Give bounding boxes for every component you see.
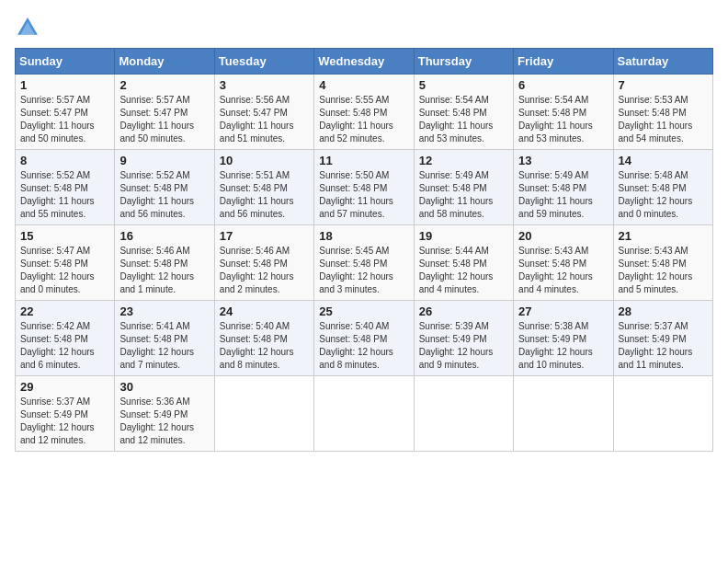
calendar-cell: 18Sunrise: 5:45 AMSunset: 5:48 PMDayligh… [314, 225, 414, 301]
day-info: Sunrise: 5:43 AMSunset: 5:48 PMDaylight:… [518, 245, 608, 296]
sunrise-time: 5:55 AM [356, 95, 390, 105]
sunrise-time: 5:57 AM [56, 95, 90, 105]
daylight-label: Daylight: [619, 121, 657, 131]
sunset-label: Sunset: [119, 334, 154, 344]
sunrise-label: Sunrise: [619, 170, 654, 180]
sunrise-time: 5:43 AM [654, 246, 688, 256]
sunset-time: 5:48 PM [353, 108, 387, 118]
sunset-label: Sunset: [518, 183, 552, 193]
sunrise-time: 5:36 AM [156, 396, 190, 407]
sunrise-time: 5:52 AM [56, 170, 90, 180]
sunset-label: Sunset: [419, 183, 453, 193]
sunrise-time: 5:43 AM [555, 246, 589, 256]
sunrise-time: 5:45 AM [356, 246, 390, 256]
sunrise-time: 5:54 AM [555, 95, 589, 105]
sunrise-time: 5:40 AM [356, 321, 390, 331]
sunrise-label: Sunrise: [518, 170, 554, 180]
sunrise-time: 5:51 AM [256, 170, 290, 180]
sunset-time: 5:48 PM [154, 334, 188, 344]
day-number: 19 [419, 229, 508, 243]
daylight-label: Daylight: [518, 347, 557, 357]
day-info: Sunrise: 5:45 AMSunset: 5:48 PMDaylight:… [319, 245, 408, 296]
calendar-cell: 19Sunrise: 5:44 AMSunset: 5:48 PMDayligh… [414, 225, 513, 301]
daylight-label: Daylight: [220, 347, 258, 357]
sunset-label: Sunset: [119, 409, 154, 419]
day-info: Sunrise: 5:39 AMSunset: 5:49 PMDaylight:… [419, 320, 508, 372]
sunset-label: Sunset: [319, 259, 353, 269]
day-info: Sunrise: 5:57 AMSunset: 5:47 PMDaylight:… [119, 94, 209, 145]
sunrise-time: 5:47 AM [56, 246, 90, 256]
week-row-4: 22Sunrise: 5:42 AMSunset: 5:48 PMDayligh… [16, 301, 713, 376]
daylight-label: Daylight: [619, 271, 657, 282]
daylight-label: Daylight: [20, 271, 59, 282]
daylight-label: Daylight: [220, 196, 258, 206]
sunrise-time: 5:42 AM [56, 321, 90, 331]
calendar-cell: 1Sunrise: 5:57 AMSunset: 5:47 PMDaylight… [16, 75, 115, 150]
day-info: Sunrise: 5:36 AMSunset: 5:49 PMDaylight:… [119, 396, 209, 447]
sunrise-label: Sunrise: [319, 246, 355, 256]
sunrise-label: Sunrise: [619, 321, 654, 331]
sunrise-label: Sunrise: [319, 321, 355, 331]
daylight-label: Daylight: [319, 196, 358, 206]
calendar-cell: 12Sunrise: 5:49 AMSunset: 5:48 PMDayligh… [414, 150, 513, 225]
sunrise-label: Sunrise: [119, 321, 155, 331]
day-info: Sunrise: 5:44 AMSunset: 5:48 PMDaylight:… [419, 245, 508, 296]
sunset-time: 5:47 PM [154, 108, 188, 118]
sunset-label: Sunset: [518, 259, 552, 269]
sunset-time: 5:48 PM [353, 259, 387, 269]
day-number: 10 [220, 154, 309, 167]
sunset-time: 5:48 PM [154, 259, 188, 269]
logo-icon [15, 15, 40, 40]
day-number: 8 [20, 154, 109, 167]
sunrise-time: 5:37 AM [56, 396, 90, 407]
sunset-label: Sunset: [419, 108, 453, 118]
logo [15, 15, 44, 40]
sunset-time: 5:48 PM [552, 259, 586, 269]
sunrise-label: Sunrise: [20, 246, 56, 256]
sunrise-time: 5:46 AM [156, 246, 190, 256]
calendar-cell: 8Sunrise: 5:52 AMSunset: 5:48 PMDaylight… [16, 150, 115, 225]
sunrise-label: Sunrise: [518, 246, 554, 256]
sunrise-label: Sunrise: [119, 95, 155, 105]
sunset-label: Sunset: [319, 183, 353, 193]
day-info: Sunrise: 5:53 AMSunset: 5:48 PMDaylight:… [619, 94, 708, 145]
sunset-label: Sunset: [619, 259, 653, 269]
day-number: 15 [20, 229, 109, 243]
calendar-cell: 15Sunrise: 5:47 AMSunset: 5:48 PMDayligh… [16, 225, 115, 301]
sunset-time: 5:48 PM [254, 183, 288, 193]
sunrise-label: Sunrise: [419, 95, 455, 105]
calendar-cell: 28Sunrise: 5:37 AMSunset: 5:49 PMDayligh… [613, 301, 712, 376]
sunset-label: Sunset: [20, 183, 54, 193]
sunset-time: 5:48 PM [254, 259, 288, 269]
day-info: Sunrise: 5:38 AMSunset: 5:49 PMDaylight:… [518, 320, 608, 372]
sunrise-time: 5:56 AM [256, 95, 290, 105]
day-info: Sunrise: 5:52 AMSunset: 5:48 PMDaylight:… [119, 169, 209, 221]
day-number: 14 [619, 154, 708, 167]
sunrise-label: Sunrise: [119, 170, 155, 180]
day-info: Sunrise: 5:50 AMSunset: 5:48 PMDaylight:… [319, 169, 408, 221]
daylight-label: Daylight: [319, 271, 358, 282]
calendar-cell: 25Sunrise: 5:40 AMSunset: 5:48 PMDayligh… [314, 301, 414, 376]
week-row-2: 8Sunrise: 5:52 AMSunset: 5:48 PMDaylight… [16, 150, 713, 225]
sunrise-time: 5:44 AM [455, 246, 489, 256]
daylight-label: Daylight: [20, 196, 59, 206]
day-number: 7 [619, 78, 708, 92]
sunrise-time: 5:40 AM [256, 321, 290, 331]
day-info: Sunrise: 5:54 AMSunset: 5:48 PMDaylight:… [518, 94, 608, 145]
sunrise-label: Sunrise: [518, 321, 554, 331]
sunrise-time: 5:54 AM [455, 95, 489, 105]
sunrise-label: Sunrise: [220, 95, 256, 105]
daylight-label: Daylight: [518, 271, 557, 282]
sunrise-label: Sunrise: [319, 170, 355, 180]
day-info: Sunrise: 5:46 AMSunset: 5:48 PMDaylight:… [119, 245, 209, 296]
sunset-time: 5:49 PM [652, 334, 686, 344]
calendar-table: SundayMondayTuesdayWednesdayThursdayFrid… [15, 48, 713, 452]
calendar-cell: 3Sunrise: 5:56 AMSunset: 5:47 PMDaylight… [214, 75, 313, 150]
daylight-label: Daylight: [619, 347, 657, 357]
sunrise-time: 5:37 AM [654, 321, 688, 331]
day-info: Sunrise: 5:41 AMSunset: 5:48 PMDaylight:… [119, 320, 209, 372]
sunset-label: Sunset: [20, 334, 54, 344]
calendar-cell: 29Sunrise: 5:37 AMSunset: 5:49 PMDayligh… [16, 376, 115, 452]
daylight-label: Daylight: [419, 271, 458, 282]
calendar-cell: 27Sunrise: 5:38 AMSunset: 5:49 PMDayligh… [514, 301, 613, 376]
